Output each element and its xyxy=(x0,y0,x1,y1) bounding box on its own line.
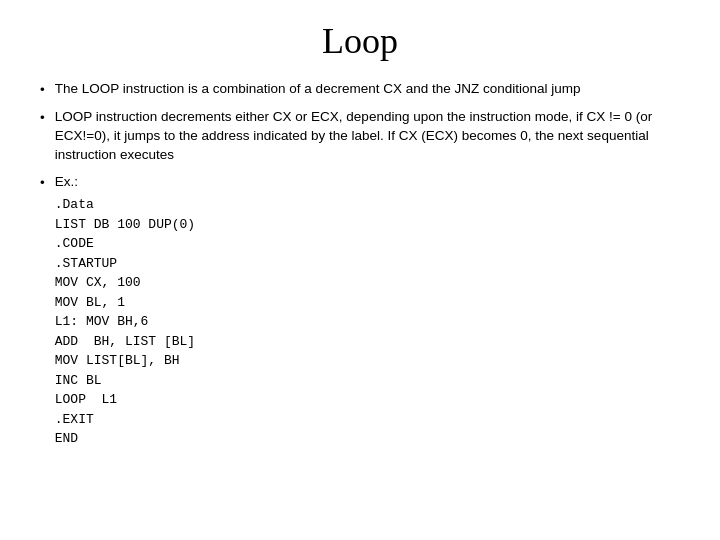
bullet-text-2: LOOP instruction decrements either CX or… xyxy=(55,108,680,165)
list-item-3: • Ex.: .Data LIST DB 100 DUP(0) .CODE .S… xyxy=(40,173,680,449)
code-block: .Data LIST DB 100 DUP(0) .CODE .STARTUP … xyxy=(55,195,680,449)
list-item-1: • The LOOP instruction is a combination … xyxy=(40,80,680,100)
bullet-icon-2: • xyxy=(40,109,45,128)
slide-content: • The LOOP instruction is a combination … xyxy=(40,80,680,520)
bullet-icon-3: • xyxy=(40,174,45,193)
ex-label: Ex.: xyxy=(55,174,78,189)
list-item-2: • LOOP instruction decrements either CX … xyxy=(40,108,680,165)
bullet-list: • The LOOP instruction is a combination … xyxy=(40,80,680,449)
bullet-text-3: Ex.: .Data LIST DB 100 DUP(0) .CODE .STA… xyxy=(55,173,680,449)
bullet-text-1: The LOOP instruction is a combination of… xyxy=(55,80,680,99)
slide-page: Loop • The LOOP instruction is a combina… xyxy=(0,0,720,540)
slide-title: Loop xyxy=(40,20,680,62)
bullet-icon-1: • xyxy=(40,81,45,100)
